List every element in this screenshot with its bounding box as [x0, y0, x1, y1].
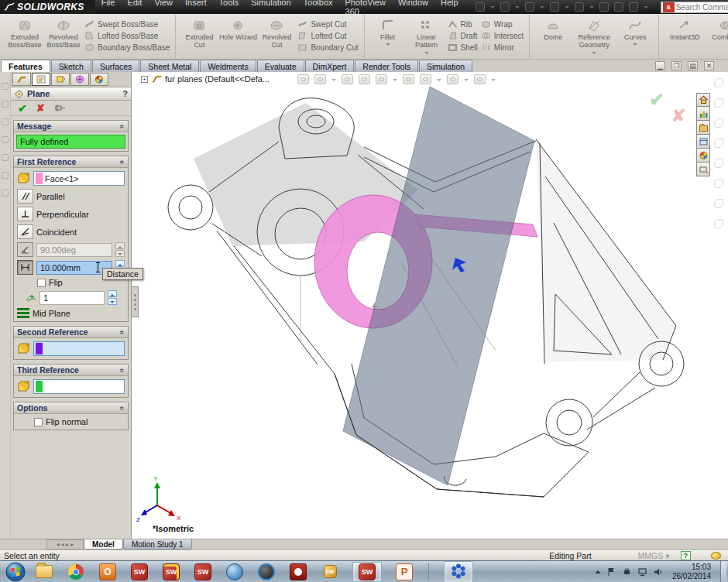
- hole-wizard-button[interactable]: Hole Wizard: [218, 15, 257, 41]
- intersect-button[interactable]: Intersect: [481, 31, 524, 40]
- swept-boss-button[interactable]: Swept Boss/Base: [84, 19, 170, 29]
- panel-help-button[interactable]: ?: [122, 89, 128, 98]
- mirror-button[interactable]: Mirror: [481, 43, 524, 52]
- edrawings-app-icon[interactable]: SW: [321, 563, 339, 581]
- reference-plane-preview[interactable]: [343, 87, 534, 485]
- tab-sheet-metal[interactable]: Sheet Metal: [140, 60, 199, 72]
- combine-button-1[interactable]: Combine: [706, 15, 728, 41]
- document-name[interactable]: fur planes (Default<<Defa...: [165, 74, 270, 84]
- print-icon[interactable]: [550, 2, 559, 12]
- shell-button[interactable]: Shell: [448, 43, 478, 52]
- count-input[interactable]: 1: [39, 291, 105, 305]
- curves-dropdown-caret-icon[interactable]: [633, 43, 637, 48]
- display-style-icon[interactable]: [403, 74, 414, 84]
- doc-minimize-button[interactable]: ▁: [655, 61, 665, 70]
- dimxpertmanager-tab[interactable]: [70, 73, 89, 86]
- appearances-tab[interactable]: [696, 149, 710, 163]
- curves-button[interactable]: Curves: [616, 15, 654, 41]
- section-view-icon[interactable]: [359, 74, 370, 84]
- flip-normal-checkbox[interactable]: [34, 418, 43, 426]
- panel-splitter-handle[interactable]: [132, 286, 139, 317]
- screen-recorder-app-icon[interactable]: [289, 563, 307, 581]
- second-reference-header[interactable]: Second Reference«: [14, 327, 128, 338]
- doc-close-button[interactable]: ✕: [704, 61, 714, 70]
- redo-icon[interactable]: [599, 2, 609, 12]
- zoom-area-icon[interactable]: [314, 74, 326, 84]
- count-spinner[interactable]: [108, 290, 117, 305]
- motion-study-tab[interactable]: Motion Study 1: [123, 539, 192, 549]
- graphics-viewport[interactable]: Y X Z + fur planes (Default<<Defa...: [132, 72, 728, 539]
- model-tab[interactable]: Model: [84, 539, 123, 549]
- network-icon[interactable]: [637, 567, 647, 577]
- save-icon[interactable]: [525, 2, 534, 12]
- undo-icon[interactable]: [575, 2, 584, 12]
- solidworks-simulation-taskbar-icon[interactable]: SW: [162, 563, 180, 581]
- model-canvas[interactable]: Y X Z: [132, 72, 728, 539]
- hide-show-items-icon[interactable]: [420, 74, 431, 84]
- message-section-header[interactable]: Message«: [14, 121, 128, 132]
- configurationmanager-tab[interactable]: [51, 73, 70, 86]
- collapse-chevron-icon[interactable]: «: [118, 406, 127, 410]
- perpendicular-option-button[interactable]: [17, 207, 33, 221]
- power-plug-icon[interactable]: [622, 567, 632, 577]
- featuremanager-tree-tab[interactable]: [12, 73, 31, 86]
- tab-features[interactable]: Features: [1, 60, 50, 72]
- quick-tips-button[interactable]: ?: [681, 551, 692, 560]
- parallel-option-button[interactable]: [17, 189, 33, 204]
- home-tab[interactable]: [696, 93, 710, 107]
- show-desktop-button[interactable]: [720, 561, 726, 582]
- blue-sphere-app-icon[interactable]: [225, 563, 244, 581]
- displaymanager-tab[interactable]: [90, 73, 108, 86]
- revolved-cut-button[interactable]: Revolved Cut: [257, 15, 296, 50]
- second-reference-selection-box[interactable]: [33, 341, 125, 356]
- options-icon[interactable]: [629, 2, 638, 12]
- chrome-taskbar-icon[interactable]: [67, 563, 85, 581]
- doc-cascade-button[interactable]: ▤: [688, 61, 698, 70]
- options-header[interactable]: Options«: [14, 402, 128, 414]
- file-explorer-tab[interactable]: [696, 135, 710, 149]
- angle-spinner[interactable]: [115, 242, 125, 257]
- doc-restore-button[interactable]: ❐: [671, 61, 682, 70]
- mid-plane-label[interactable]: Mid Plane: [33, 309, 70, 318]
- first-reference-header[interactable]: First Reference«: [14, 156, 128, 168]
- tab-dimxpert[interactable]: DimXpert: [305, 60, 355, 72]
- linear-pattern-dropdown-caret-icon[interactable]: [424, 52, 429, 56]
- confirmation-corner-ok[interactable]: ✔: [649, 89, 664, 111]
- linear-pattern-button[interactable]: Linear Pattern: [407, 15, 446, 50]
- powerpoint-taskbar-icon[interactable]: P: [395, 563, 414, 581]
- ok-button[interactable]: ✔: [18, 103, 27, 114]
- design-library-tab[interactable]: [696, 121, 710, 135]
- outlook-taskbar-icon[interactable]: O: [98, 563, 117, 581]
- collapse-chevron-icon[interactable]: «: [118, 124, 127, 128]
- third-reference-header[interactable]: Third Reference«: [14, 365, 128, 376]
- dome-button[interactable]: Dome: [534, 15, 572, 41]
- extruded-boss-button[interactable]: Extruded Boss/Base: [5, 15, 44, 50]
- extruded-cut-button[interactable]: Extruded Cut: [180, 15, 218, 50]
- rib-button[interactable]: Rib: [448, 19, 478, 29]
- tab-simulation[interactable]: Simulation: [419, 60, 472, 72]
- swept-cut-button[interactable]: Swept Cut: [297, 19, 358, 29]
- first-reference-selection-box[interactable]: Face<1>: [33, 171, 125, 186]
- reference-geometry-button[interactable]: Reference Geometry: [572, 15, 616, 50]
- fillet-button[interactable]: Fillet: [369, 15, 407, 41]
- units-selector[interactable]: MMGS▾: [638, 551, 670, 560]
- solidworks-taskbar-icon-2[interactable]: SW: [194, 563, 212, 581]
- collapse-chevron-icon[interactable]: «: [118, 159, 127, 164]
- tab-render-tools[interactable]: Render Tools: [355, 60, 418, 72]
- file-explorer-taskbar-icon[interactable]: [35, 563, 53, 581]
- custom-properties-tab[interactable]: [696, 163, 710, 176]
- zoom-fit-icon[interactable]: [297, 74, 309, 84]
- start-button[interactable]: [5, 562, 26, 582]
- instant3d-button[interactable]: Instant3D: [663, 15, 706, 41]
- dark-sphere-app-icon[interactable]: [257, 563, 276, 581]
- rebuild-icon[interactable]: [614, 2, 623, 12]
- solidworks-taskbar-icon-1[interactable]: SW: [130, 563, 149, 581]
- tab-sketch[interactable]: Sketch: [51, 60, 91, 72]
- tray-expand-caret-icon[interactable]: [595, 567, 601, 573]
- angle-input[interactable]: 90.00deg: [36, 243, 112, 257]
- view-orientation-icon[interactable]: [376, 74, 387, 84]
- pin-icon[interactable]: [54, 103, 66, 113]
- action-center-flag-icon[interactable]: [606, 567, 616, 577]
- lofted-boss-button[interactable]: Lofted Boss/Base: [84, 31, 170, 40]
- propertymanager-tab[interactable]: [32, 73, 50, 86]
